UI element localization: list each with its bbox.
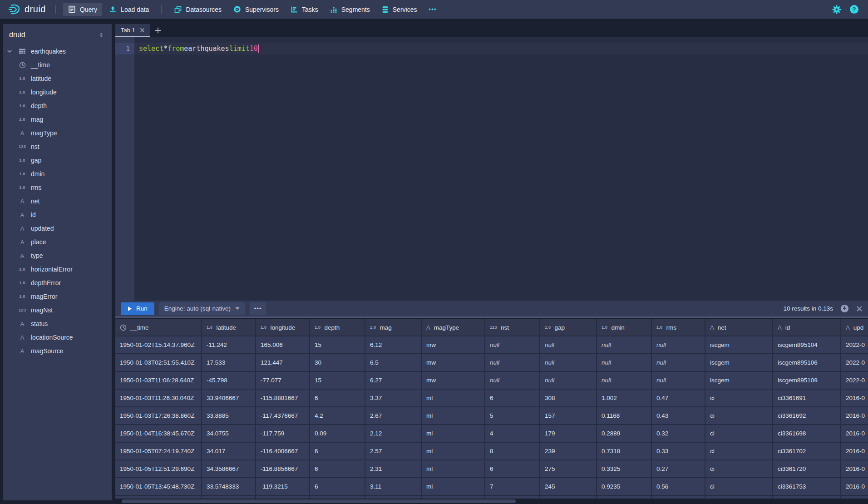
table-cell[interactable]: ci [705, 425, 772, 442]
table-cell[interactable]: 17.533 [202, 354, 255, 371]
column-header-rms[interactable]: 1.0rms [652, 319, 705, 336]
tree-column-mag[interactable]: 1.0mag [3, 113, 112, 126]
tree-column-id[interactable]: Aid [3, 208, 112, 222]
table-cell[interactable]: 245 [540, 478, 596, 495]
table-cell[interactable]: -116.8856667 [256, 460, 309, 477]
tree-column-horizontalerror[interactable]: 1.0horizontalError [3, 262, 112, 276]
tree-column-longitude[interactable]: 1.0longitude [3, 85, 112, 99]
table-cell[interactable]: null [540, 336, 596, 353]
table-cell[interactable]: null [540, 372, 596, 389]
table-cell[interactable]: 6 [310, 460, 365, 477]
tree-column-magtype[interactable]: AmagType [3, 126, 112, 140]
table-cell[interactable]: mw [422, 354, 484, 371]
table-cell[interactable]: 2016-0 [841, 425, 868, 442]
table-cell[interactable]: 1950-01-02T15:14:37.960Z [115, 336, 201, 353]
druid-logo[interactable]: druid [5, 3, 49, 15]
tree-column-status[interactable]: Astatus [3, 317, 112, 331]
table-cell[interactable]: -45.798 [202, 372, 255, 389]
table-cell[interactable]: ci3361720 [773, 460, 840, 477]
tree-column-updated[interactable]: Aupdated [3, 222, 112, 235]
tab-close-icon[interactable] [140, 28, 145, 33]
table-cell[interactable]: 2022-0 [841, 336, 868, 353]
table-cell[interactable]: null [485, 336, 539, 353]
table-cell[interactable]: 6 [310, 443, 365, 460]
table-cell[interactable]: 1950-01-03T02:51:55.410Z [115, 354, 201, 371]
table-cell[interactable]: 239 [540, 443, 596, 460]
table-cell[interactable]: 1950-01-03T17:26:38.860Z [115, 407, 201, 424]
download-icon[interactable] [840, 304, 849, 313]
table-cell[interactable]: 7 [485, 478, 539, 495]
tree-column-nst[interactable]: 123nst [3, 140, 112, 153]
table-cell[interactable]: 2016-0 [841, 407, 868, 424]
tree-column-place[interactable]: Aplace [3, 235, 112, 249]
table-cell[interactable]: 34.3586667 [202, 460, 255, 477]
table-cell[interactable]: 4.2 [310, 407, 365, 424]
help-icon[interactable]: ? [849, 5, 859, 14]
tree-column-magerror[interactable]: 1.0magError [3, 290, 112, 303]
run-button[interactable]: Run [121, 302, 154, 315]
table-cell[interactable]: ml [422, 425, 484, 442]
table-cell[interactable]: 2.57 [365, 443, 421, 460]
table-cell[interactable]: 0.09 [310, 425, 365, 442]
table-cell[interactable]: ci [705, 478, 772, 495]
tree-column-magsource[interactable]: AmagSource [3, 344, 112, 358]
table-cell[interactable]: -117.4376667 [256, 407, 309, 424]
nav-item-services[interactable]: Services [377, 3, 422, 16]
table-cell[interactable]: 3.37 [365, 390, 421, 406]
table-cell[interactable]: -115.8881667 [256, 390, 309, 406]
table-cell[interactable]: 6 [485, 460, 539, 477]
column-header-latitude[interactable]: 1.0latitude [202, 319, 255, 336]
table-cell[interactable]: 5 [485, 407, 539, 424]
table-cell[interactable]: 2.67 [365, 407, 421, 424]
table-cell[interactable]: ci [705, 407, 772, 424]
table-cell[interactable]: 179 [540, 425, 596, 442]
column-header-id[interactable]: Aid [773, 319, 840, 336]
table-cell[interactable]: 0.2889 [597, 425, 651, 442]
table-cell[interactable]: iscgem [705, 354, 772, 371]
table-cell[interactable]: 275 [540, 460, 596, 477]
tree-column-deptherror[interactable]: 1.0depthError [3, 276, 112, 290]
table-cell[interactable]: 6.27 [365, 372, 421, 389]
gear-icon[interactable] [832, 5, 841, 14]
table-cell[interactable]: null [597, 336, 651, 353]
table-cell[interactable]: null [485, 354, 539, 371]
table-cell[interactable]: -116.4006667 [256, 443, 309, 460]
table-cell[interactable]: mw [422, 372, 484, 389]
table-cell[interactable]: -77.077 [256, 372, 309, 389]
table-cell[interactable]: null [652, 354, 705, 371]
table-cell[interactable]: 0.47 [652, 390, 705, 406]
table-cell[interactable]: 3.11 [365, 478, 421, 495]
table-cell[interactable]: iscgem895106 [773, 354, 840, 371]
table-cell[interactable]: ci3361698 [773, 425, 840, 442]
table-cell[interactable]: ml [422, 478, 484, 495]
table-cell[interactable]: 2016-0 [841, 443, 868, 460]
table-cell[interactable]: 0.56 [652, 478, 705, 495]
table-cell[interactable]: -119.3215 [256, 478, 309, 495]
tree-column-depth[interactable]: 1.0depth [3, 99, 112, 113]
table-cell[interactable]: null [597, 372, 651, 389]
table-cell[interactable]: 6 [310, 390, 365, 406]
nav-item-tasks[interactable]: Tasks [286, 3, 323, 16]
tree-table-earthquakes[interactable]: earthquakes [3, 44, 112, 58]
table-cell[interactable]: 0.32 [652, 425, 705, 442]
column-header-dmin[interactable]: 1.0dmin [597, 319, 651, 336]
column-header-upd[interactable]: Aupd [841, 319, 868, 336]
table-cell[interactable]: 1950-01-05T07:24:19.740Z [115, 443, 201, 460]
table-cell[interactable]: null [485, 372, 539, 389]
table-cell[interactable]: 157 [540, 407, 596, 424]
table-cell[interactable]: ci [705, 460, 772, 477]
table-cell[interactable]: ci3361691 [773, 390, 840, 406]
table-cell[interactable]: ci [705, 443, 772, 460]
table-cell[interactable]: 2.31 [365, 460, 421, 477]
table-cell[interactable]: ci3361692 [773, 407, 840, 424]
nav-item-query[interactable]: Query [63, 3, 102, 16]
tab-tab1[interactable]: Tab 1 [115, 24, 150, 37]
table-cell[interactable]: null [652, 336, 705, 353]
column-header-magtype[interactable]: AmagType [422, 319, 484, 336]
column-header-net[interactable]: Anet [705, 319, 772, 336]
column-header-gap[interactable]: 1.0gap [540, 319, 596, 336]
table-cell[interactable]: 1950-01-04T16:38:45.670Z [115, 425, 201, 442]
tree-column-latitude[interactable]: 1.0latitude [3, 72, 112, 85]
column-header-mag[interactable]: 1.0mag [365, 319, 421, 336]
nav-item-supervisors[interactable]: Supervisors [228, 3, 284, 16]
